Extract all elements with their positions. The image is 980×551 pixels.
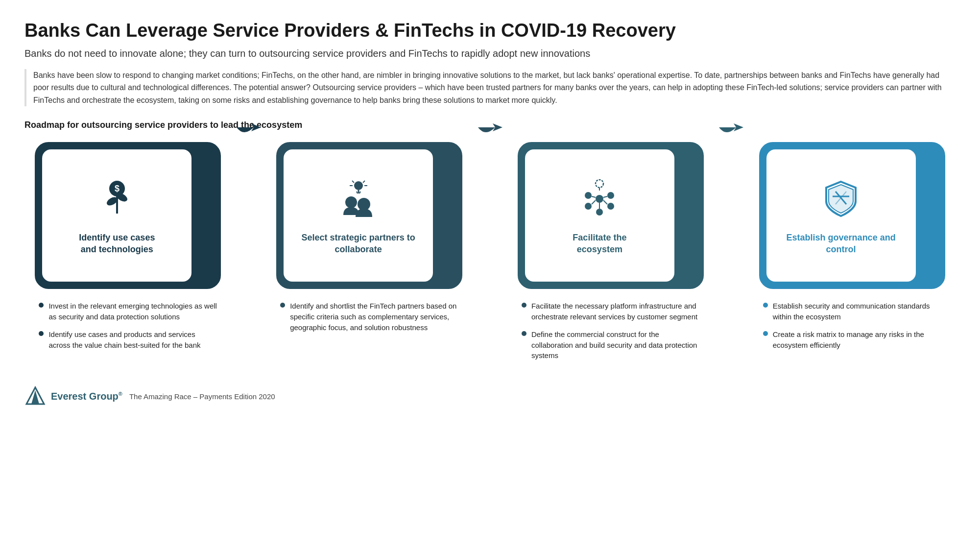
svg-point-13 — [345, 196, 357, 208]
step-1-box: $ Identify use casesand technologies — [35, 142, 221, 289]
step-4-box: Establish governance andcontrol — [759, 142, 945, 289]
arrow-1 — [232, 113, 266, 142]
ecosystem-icon — [577, 177, 621, 226]
step-3-box: Facilitate theecosystem — [518, 142, 704, 289]
subtitle: Banks do not need to innovate alone; the… — [24, 48, 956, 59]
svg-point-18 — [585, 192, 592, 199]
svg-point-19 — [585, 203, 592, 210]
step-4-wrapper: Establish governance andcontrol Establis… — [748, 142, 956, 357]
roadmap-container: $ Identify use casesand technologies Inv… — [24, 142, 956, 368]
bullet-dot — [39, 303, 44, 308]
svg-text:$: $ — [115, 184, 120, 193]
step-2-wrapper: Select strategic partners tocollaborate … — [266, 142, 473, 339]
svg-point-17 — [596, 195, 603, 203]
svg-point-5 — [354, 181, 363, 190]
bullet-dot — [763, 303, 768, 308]
step-2-bullet-1: Identify and shortlist the FinTech partn… — [280, 301, 458, 333]
svg-line-26 — [603, 200, 607, 204]
step-2-inner: Select strategic partners tocollaborate — [284, 149, 433, 282]
step-2-bullets: Identify and shortlist the FinTech partn… — [276, 301, 462, 339]
step-2-box: Select strategic partners tocollaborate — [276, 142, 462, 289]
svg-line-10 — [363, 181, 365, 183]
step-1-bullets: Invest in the relevant emerging technolo… — [35, 301, 221, 357]
svg-point-20 — [607, 192, 614, 199]
bullet-dot — [522, 331, 526, 336]
svg-point-21 — [607, 203, 614, 210]
step-4-title: Establish governance andcontrol — [787, 232, 896, 255]
bullet-dot — [39, 331, 44, 336]
step-3-bullet-1: Facilitate the necessary platform infras… — [522, 301, 700, 322]
svg-line-9 — [352, 181, 354, 183]
step-4-bullet-1: Establish security and communication sta… — [763, 301, 941, 322]
step-4-inner: Establish governance andcontrol — [766, 149, 916, 282]
step-3-wrapper: Facilitate theecosystem Facilitate the n… — [507, 142, 715, 368]
step-3-bullets: Facilitate the necessary platform infras… — [518, 301, 704, 368]
footer: Everest Group® The Amazing Race – Paymen… — [24, 385, 956, 407]
everest-logo-icon — [24, 385, 46, 407]
step-4-bullets: Establish security and communication sta… — [759, 301, 945, 357]
svg-point-15 — [596, 180, 603, 188]
svg-line-24 — [592, 200, 596, 204]
step-3-inner: Facilitate theecosystem — [525, 149, 674, 282]
step-1-wrapper: $ Identify use casesand technologies Inv… — [24, 142, 232, 357]
step-3-bullet-2: Define the commercial construct for the … — [522, 329, 700, 361]
footer-logo: Everest Group® — [24, 385, 122, 407]
step-1-bullet-2: Identify use cases and products and serv… — [39, 329, 217, 351]
collaboration-icon — [336, 177, 381, 226]
step-3-title: Facilitate theecosystem — [573, 232, 626, 255]
dollar-plant-icon: $ — [95, 177, 139, 226]
step-1-bullet-1: Invest in the relevant emerging technolo… — [39, 301, 217, 322]
svg-point-22 — [596, 209, 603, 216]
bullet-dot — [763, 331, 768, 336]
arrow-2 — [473, 113, 507, 142]
step-4-bullet-2: Create a risk matrix to manage any risks… — [763, 329, 941, 351]
main-title: Banks Can Leverage Service Providers & F… — [24, 20, 956, 42]
svg-line-23 — [592, 196, 596, 197]
body-text: Banks have been slow to respond to chang… — [24, 69, 956, 107]
step-2-title: Select strategic partners tocollaborate — [302, 232, 415, 255]
bullet-dot — [522, 303, 526, 308]
shield-icon — [819, 177, 863, 226]
step-1-title: Identify use casesand technologies — [79, 232, 155, 255]
step-1-inner: $ Identify use casesand technologies — [42, 149, 191, 282]
svg-line-8 — [359, 192, 360, 193]
svg-line-7 — [357, 192, 358, 193]
footer-tagline: The Amazing Race – Payments Edition 2020 — [129, 392, 275, 401]
svg-line-25 — [603, 196, 607, 197]
bullet-dot — [280, 303, 285, 308]
arrow-3 — [714, 113, 748, 142]
logo-name: Everest Group® — [51, 391, 122, 402]
